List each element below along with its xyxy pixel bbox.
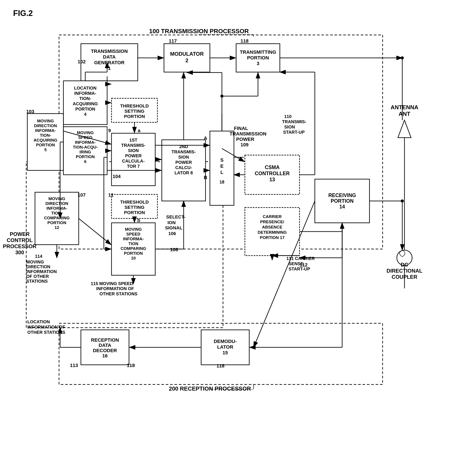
- svg-text:SIGNAL: SIGNAL: [165, 225, 183, 230]
- svg-text:START-UP: START-UP: [283, 130, 305, 135]
- svg-text:12: 12: [54, 225, 59, 230]
- svg-text:DECODER: DECODER: [93, 348, 117, 353]
- svg-text:2: 2: [185, 57, 188, 63]
- svg-text:POWER: POWER: [125, 153, 142, 158]
- svg-text:PORTION: PORTION: [124, 210, 145, 215]
- svg-text:STATIONS: STATIONS: [26, 279, 48, 283]
- svg-text:DIRECTION: DIRECTION: [26, 264, 50, 269]
- svg-text:100 TRANSMISSION PROCESSOR: 100 TRANSMISSION PROCESSOR: [149, 28, 249, 34]
- svg-text:6: 6: [84, 159, 87, 164]
- figure-label: FIG.2: [13, 9, 33, 18]
- svg-text:INFORMATION: INFORMATION: [26, 269, 57, 274]
- svg-text:SPEED: SPEED: [126, 232, 140, 236]
- svg-text:CARRIER: CARRIER: [263, 214, 282, 219]
- svg-text:FINAL: FINAL: [234, 126, 248, 131]
- svg-text:DIRECTION: DIRECTION: [45, 201, 68, 206]
- svg-text:OTHER STATIONS: OTHER STATIONS: [99, 291, 138, 296]
- svg-text:18: 18: [219, 179, 224, 184]
- svg-text:SION: SION: [178, 155, 189, 159]
- svg-text:MOVING: MOVING: [37, 119, 54, 123]
- svg-text:300: 300: [15, 249, 24, 255]
- svg-text:TION-: TION-: [79, 96, 91, 101]
- svg-text:115 MOVING SPEED: 115 MOVING SPEED: [91, 281, 133, 286]
- svg-text:MOVING: MOVING: [125, 227, 142, 232]
- svg-text:RECEPTION: RECEPTION: [91, 337, 119, 343]
- svg-text:a: a: [138, 128, 141, 133]
- svg-text:OF OTHER: OF OTHER: [26, 274, 49, 279]
- svg-text:PORTION: PORTION: [331, 198, 354, 204]
- svg-text:118: 118: [241, 38, 248, 44]
- svg-text:ANT: ANT: [399, 110, 410, 117]
- svg-text:2ND: 2ND: [179, 144, 188, 149]
- svg-point-220: [401, 200, 404, 202]
- svg-text:DEMODU-: DEMODU-: [214, 338, 237, 344]
- svg-text:PORTION: PORTION: [47, 221, 66, 225]
- svg-text:4: 4: [84, 112, 87, 117]
- svg-text:TION-: TION-: [40, 133, 51, 138]
- svg-text:PORTION: PORTION: [247, 55, 269, 61]
- svg-text:108: 108: [170, 247, 178, 252]
- svg-text:INFORMA-: INFORMA-: [47, 206, 67, 211]
- svg-text:106: 106: [168, 231, 176, 236]
- svg-text:ANTENNA: ANTENNA: [390, 104, 418, 110]
- svg-text:117: 117: [169, 38, 177, 44]
- svg-text:PROCESSOR: PROCESSOR: [3, 243, 36, 249]
- svg-text:113: 113: [70, 363, 78, 368]
- svg-text:LATOR 8: LATOR 8: [175, 170, 193, 175]
- svg-text:CALCU-: CALCU-: [175, 165, 192, 170]
- svg-text:TRANSMITTING: TRANSMITTING: [240, 49, 276, 55]
- svg-text:14: 14: [339, 204, 345, 209]
- svg-text:RECEIVING: RECEIVING: [328, 193, 356, 198]
- svg-text:THRESHOLD: THRESHOLD: [120, 200, 149, 205]
- svg-text:TION-: TION-: [51, 211, 63, 215]
- svg-text:107: 107: [78, 192, 86, 198]
- svg-text:PORTION: PORTION: [76, 154, 95, 159]
- svg-text:TION-ACQU-: TION-ACQU-: [73, 145, 98, 149]
- svg-text:118: 118: [127, 363, 135, 368]
- svg-text:13: 13: [269, 177, 275, 182]
- svg-text:INFORMA-: INFORMA-: [74, 91, 96, 96]
- svg-text:SETTING: SETTING: [124, 109, 144, 114]
- svg-text:16: 16: [102, 353, 107, 359]
- svg-text:103: 103: [26, 109, 34, 114]
- svg-text:INFORMA-: INFORMA-: [123, 237, 144, 241]
- svg-text:TION: TION: [128, 241, 138, 246]
- svg-text:PORTION: PORTION: [124, 114, 145, 119]
- svg-text:CALCULA-: CALCULA-: [122, 159, 144, 163]
- svg-text:LOCATION: LOCATION: [74, 86, 97, 90]
- svg-text:IRING: IRING: [80, 150, 91, 154]
- svg-text:9: 9: [108, 128, 111, 133]
- svg-text:104: 104: [113, 174, 121, 179]
- svg-text:SION: SION: [284, 124, 295, 129]
- svg-text:b: b: [137, 218, 140, 223]
- svg-text:OTHER STATIONS: OTHER STATIONS: [27, 330, 65, 335]
- svg-text:POWER: POWER: [10, 231, 30, 237]
- diagram: 100 TRANSMISSION PROCESSOR POWER CONTROL…: [13, 26, 442, 468]
- svg-text:DATA: DATA: [103, 54, 116, 60]
- svg-text:MOVING: MOVING: [48, 196, 65, 201]
- svg-text:PRESENCE/: PRESENCE/: [260, 220, 284, 224]
- svg-text:E: E: [220, 163, 224, 169]
- svg-text:110: 110: [284, 114, 291, 119]
- svg-point-219: [401, 56, 404, 59]
- svg-point-163: [220, 95, 223, 98]
- svg-text:MOVING: MOVING: [77, 131, 94, 135]
- svg-text:POWER: POWER: [236, 137, 254, 142]
- svg-text:DIRECTION: DIRECTION: [34, 124, 57, 128]
- svg-text:TRANSMIS-: TRANSMIS-: [121, 143, 145, 148]
- svg-text:LOCATION: LOCATION: [27, 319, 50, 324]
- svg-text:PORTION: PORTION: [124, 251, 143, 255]
- svg-line-153: [79, 218, 111, 245]
- svg-text:15: 15: [223, 350, 228, 355]
- svg-text:11: 11: [108, 192, 113, 198]
- svg-text:POWER: POWER: [175, 160, 192, 165]
- svg-text:TRANSMIS-: TRANSMIS-: [282, 119, 306, 124]
- svg-text:ABSENCE: ABSENCE: [262, 225, 283, 229]
- svg-text:SION: SION: [128, 148, 139, 153]
- svg-text:CONTROLLER: CONTROLLER: [255, 171, 290, 176]
- svg-text:THRESHOLD: THRESHOLD: [120, 103, 149, 108]
- svg-text:TOR 7: TOR 7: [127, 164, 140, 169]
- svg-text:TRANSMISSION: TRANSMISSION: [91, 48, 128, 54]
- svg-text:TRANSMISSION: TRANSMISSION: [230, 131, 267, 137]
- svg-text:114: 114: [35, 254, 42, 259]
